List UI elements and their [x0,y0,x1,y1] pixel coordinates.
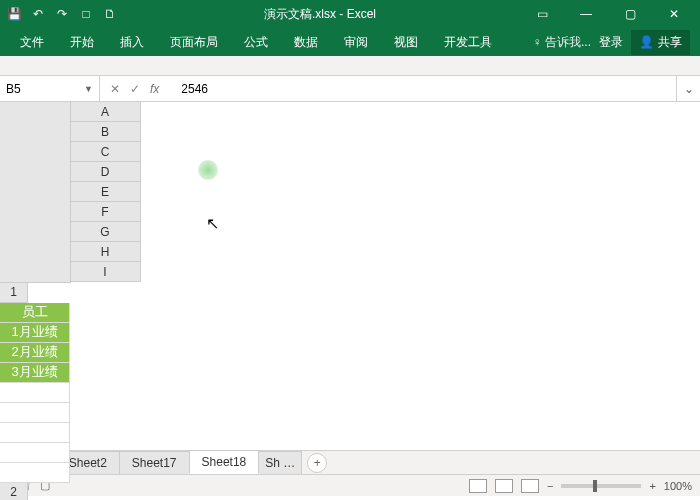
save-icon[interactable]: 💾 [6,6,22,22]
formula-expand-icon[interactable]: ⌄ [676,76,700,101]
ribbon-tab-2[interactable]: 插入 [110,30,154,55]
col-header-I[interactable]: I [71,262,141,282]
tell-me[interactable]: ♀ 告诉我... [533,34,591,51]
cell-G1[interactable] [0,423,70,443]
ribbon-body [0,56,700,76]
zoom-in-icon[interactable]: + [649,480,655,492]
sheet-tab-3[interactable]: Sh … [258,451,302,474]
cancel-formula-icon[interactable]: ✕ [110,82,120,96]
maximize-icon[interactable]: ▢ [610,0,650,28]
sheet-tab-2[interactable]: Sheet18 [189,450,260,474]
ribbon-tab-6[interactable]: 审阅 [334,30,378,55]
confirm-formula-icon[interactable]: ✓ [130,82,140,96]
zoom-level[interactable]: 100% [664,480,692,492]
zoom-out-icon[interactable]: − [547,480,553,492]
cell-F1[interactable] [0,403,70,423]
title-bar: 💾 ↶ ↷ □ 🗋 演示文稿.xlsx - Excel ▭ ― ▢ ✕ [0,0,700,28]
name-box[interactable]: B5 ▼ [0,76,100,101]
minimize-icon[interactable]: ― [566,0,606,28]
name-box-value: B5 [6,82,21,96]
share-icon: 👤 [639,35,654,49]
formula-input[interactable] [173,76,676,101]
ribbon-tabs: 文件开始插入页面布局公式数据审阅视图开发工具♀ 告诉我...登录👤共享 [0,28,700,56]
col-header-G[interactable]: G [71,222,141,242]
mouse-cursor: ↖ [206,214,219,233]
cell-D1[interactable]: 3月业绩 [0,363,70,383]
ribbon-tab-0[interactable]: 文件 [10,30,54,55]
cell-C1[interactable]: 2月业绩 [0,343,70,363]
ribbon-options-icon[interactable]: ▭ [522,0,562,28]
add-sheet-button[interactable]: + [307,453,327,473]
cell-E1[interactable] [0,383,70,403]
ribbon-tab-5[interactable]: 数据 [284,30,328,55]
col-header-B[interactable]: B [71,122,141,142]
undo-icon[interactable]: ↶ [30,6,46,22]
close-icon[interactable]: ✕ [654,0,694,28]
formula-bar: B5 ▼ ✕ ✓ fx ⌄ [0,76,700,102]
cell-I1[interactable] [0,463,70,483]
zoom-slider[interactable] [561,484,641,488]
view-normal-icon[interactable] [469,479,487,493]
new-icon[interactable]: □ [78,6,94,22]
col-header-C[interactable]: C [71,142,141,162]
fx-icon[interactable]: fx [150,82,159,96]
grid[interactable]: ABCDEFGHI1员工1月业绩2月业绩3月业绩2成玉1256256322563… [0,102,700,450]
col-header-F[interactable]: F [71,202,141,222]
chevron-down-icon[interactable]: ▼ [84,84,93,94]
share-button[interactable]: 👤共享 [631,30,690,55]
cell-A1[interactable]: 员工 [0,303,70,323]
view-break-icon[interactable] [521,479,539,493]
cell-B1[interactable]: 1月业绩 [0,323,70,343]
cell-H1[interactable] [0,443,70,463]
ribbon-tab-3[interactable]: 页面布局 [160,30,228,55]
window-title: 演示文稿.xlsx - Excel [118,6,522,23]
col-header-H[interactable]: H [71,242,141,262]
col-header-A[interactable]: A [71,102,141,122]
col-header-E[interactable]: E [71,182,141,202]
row-header-2[interactable]: 2 [0,483,28,501]
ribbon-tab-1[interactable]: 开始 [60,30,104,55]
ribbon-tab-4[interactable]: 公式 [234,30,278,55]
ribbon-tab-8[interactable]: 开发工具 [434,30,502,55]
row-header-1[interactable]: 1 [0,283,28,303]
view-layout-icon[interactable] [495,479,513,493]
redo-icon[interactable]: ↷ [54,6,70,22]
ribbon-tab-7[interactable]: 视图 [384,30,428,55]
open-icon[interactable]: 🗋 [102,6,118,22]
col-header-D[interactable]: D [71,162,141,182]
login-button[interactable]: 登录 [599,34,623,51]
